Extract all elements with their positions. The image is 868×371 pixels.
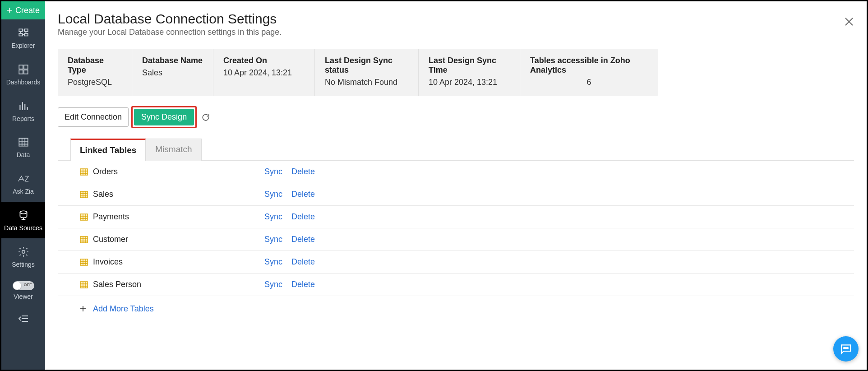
svg-rect-16 <box>80 282 88 288</box>
table-row: InvoicesSyncDelete <box>58 251 854 274</box>
info-label: Database Type <box>68 56 122 75</box>
info-label: Last Design Sync status <box>325 56 408 75</box>
toggle-knob <box>13 282 21 290</box>
table-icon <box>79 213 88 222</box>
create-button[interactable]: + Create <box>1 1 45 19</box>
reports-icon <box>17 100 30 112</box>
close-button[interactable] <box>844 16 854 30</box>
svg-rect-7 <box>24 70 28 74</box>
info-value: 6 <box>530 78 648 87</box>
page-title: Local Database Connection Settings <box>58 11 854 27</box>
table-row: OrdersSyncDelete <box>58 161 854 183</box>
sidebar-item-label: Reports <box>12 115 34 123</box>
sidebar-item-label: Data Sources <box>4 224 42 232</box>
info-label: Last Design Sync Time <box>429 56 510 75</box>
sidebar-item-dashboards[interactable]: Dashboards <box>1 56 45 93</box>
table-name: Sales <box>93 190 264 199</box>
toggle-pill: OFF <box>13 281 34 290</box>
datasources-icon <box>17 209 30 222</box>
table-icon <box>79 190 88 199</box>
table-name: Payments <box>93 212 264 222</box>
table-name: Orders <box>93 167 264 176</box>
svg-rect-14 <box>80 237 88 243</box>
svg-rect-0 <box>19 29 23 31</box>
svg-rect-2 <box>19 33 23 36</box>
sidebar: + Create Explorer Dashboards Reports <box>1 1 45 370</box>
svg-rect-11 <box>80 169 88 175</box>
svg-rect-13 <box>80 214 88 220</box>
svg-rect-5 <box>24 65 28 69</box>
svg-rect-8 <box>19 139 28 146</box>
explorer-icon <box>17 27 30 39</box>
table-name: Invoices <box>93 257 264 267</box>
sidebar-item-settings[interactable]: Settings <box>1 238 45 275</box>
sync-link[interactable]: Sync <box>264 190 291 199</box>
table-row: CustomerSyncDelete <box>58 228 854 251</box>
info-value: 10 Apr 2024, 13:21 <box>223 68 305 78</box>
svg-point-19 <box>847 348 849 349</box>
chat-button[interactable] <box>833 336 859 362</box>
collapse-sidebar-button[interactable] <box>1 306 45 331</box>
info-value: No Mismatch Found <box>325 78 408 87</box>
sidebar-item-explorer[interactable]: Explorer <box>1 19 45 56</box>
sidebar-item-askzia[interactable]: Ask Zia <box>1 165 45 202</box>
viewer-label: Viewer <box>14 293 33 301</box>
close-icon <box>844 17 854 27</box>
tab-mismatch[interactable]: Mismatch <box>146 139 201 161</box>
info-value: 10 Apr 2024, 13:21 <box>429 78 510 87</box>
delete-link[interactable]: Delete <box>291 167 315 176</box>
info-panel: Database Type PostgreSQL Database Name S… <box>58 49 658 96</box>
svg-rect-1 <box>24 29 28 31</box>
table-icon <box>79 167 88 176</box>
refresh-button[interactable] <box>201 113 210 122</box>
plus-icon <box>79 305 88 313</box>
svg-point-17 <box>844 348 845 349</box>
sidebar-item-data[interactable]: Data <box>1 129 45 165</box>
create-label: Create <box>15 6 40 15</box>
svg-point-9 <box>20 211 27 214</box>
sync-link[interactable]: Sync <box>264 257 291 267</box>
sync-link[interactable]: Sync <box>264 212 291 222</box>
sync-design-button[interactable]: Sync Design <box>134 109 194 125</box>
action-row: Edit Connection Sync Design <box>58 106 854 128</box>
askzia-icon <box>17 172 30 185</box>
tab-linked-tables[interactable]: Linked Tables <box>70 139 146 161</box>
add-more-tables-link[interactable]: Add More Tables <box>93 304 154 314</box>
table-name: Customer <box>93 235 264 244</box>
svg-rect-6 <box>19 70 23 74</box>
delete-link[interactable]: Delete <box>291 257 315 267</box>
refresh-icon <box>201 113 210 122</box>
table-row: SalesSyncDelete <box>58 183 854 206</box>
table-icon <box>79 280 88 289</box>
linked-tables-list: OrdersSyncDeleteSalesSyncDeletePaymentsS… <box>58 161 854 320</box>
delete-link[interactable]: Delete <box>291 280 315 289</box>
sidebar-item-label: Ask Zia <box>13 188 34 195</box>
collapse-icon <box>18 315 29 323</box>
tabs: Linked Tables Mismatch <box>58 138 854 161</box>
main-content: Local Database Connection Settings Manag… <box>45 1 867 370</box>
data-icon <box>17 136 30 148</box>
info-label: Database Name <box>142 56 203 65</box>
delete-link[interactable]: Delete <box>291 235 315 244</box>
page-subtitle: Manage your Local Database connection se… <box>58 28 854 37</box>
sync-link[interactable]: Sync <box>264 280 291 289</box>
svg-rect-3 <box>24 33 28 36</box>
sidebar-item-reports[interactable]: Reports <box>1 93 45 129</box>
edit-connection-button[interactable]: Edit Connection <box>58 107 129 127</box>
sidebar-item-label: Data <box>17 151 30 159</box>
chat-icon <box>839 342 853 356</box>
delete-link[interactable]: Delete <box>291 190 315 199</box>
sync-link[interactable]: Sync <box>264 167 291 176</box>
sync-link[interactable]: Sync <box>264 235 291 244</box>
plus-icon: + <box>7 5 13 16</box>
sidebar-item-datasources[interactable]: Data Sources <box>1 202 45 238</box>
info-label: Created On <box>223 56 305 65</box>
delete-link[interactable]: Delete <box>291 212 315 222</box>
svg-rect-15 <box>80 259 88 265</box>
add-more-tables-row[interactable]: Add More Tables <box>58 296 854 320</box>
sidebar-item-label: Settings <box>12 261 35 269</box>
dashboards-icon <box>17 63 30 76</box>
table-name: Sales Person <box>93 280 264 289</box>
viewer-toggle[interactable]: OFF Viewer <box>1 275 45 307</box>
table-row: PaymentsSyncDelete <box>58 206 854 228</box>
